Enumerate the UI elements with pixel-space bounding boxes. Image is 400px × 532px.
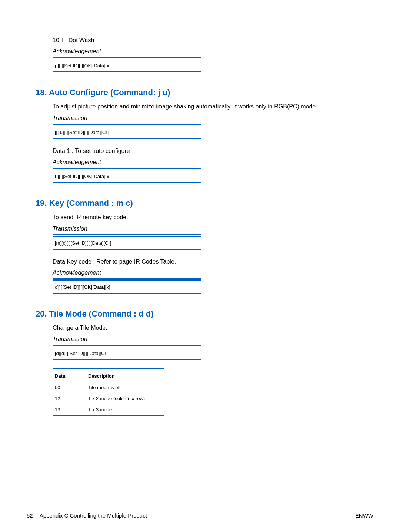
intro-ack-label: Acknowledgement [53, 48, 364, 55]
table-cell: 1 x 3 mode [88, 407, 161, 412]
code-text: [d][d][][Set ID][][Data][Cr] [53, 350, 201, 359]
section-19-ack-label: Acknowledgement [53, 270, 364, 276]
table-cell: Tile mode is off. [88, 385, 161, 390]
section-19-body: To send IR remote key code. Transmission… [53, 213, 364, 294]
code-text: [m][c][ ][Set ID][ ][Data][Cr] [53, 240, 201, 249]
section-19-ack-code-block: c][ ][Set ID][ ][OK][Data][x] [53, 278, 201, 294]
section-18-trans-label: Transmission [53, 115, 364, 121]
intro-ack-code-block: p][ ][Set ID][ ][OK][Data][x] [53, 57, 201, 72]
table-row: 13 1 x 3 mode [53, 404, 164, 415]
section-20-description: Change a Tile Mode. [53, 324, 364, 332]
section-20-trans-label: Transmission [53, 336, 364, 342]
table-row: 00 Tile mode is off. [53, 382, 164, 393]
section-18-description: To adjust picture position and minimize … [53, 103, 364, 111]
section-19-trans-code-block: [m][c][ ][Set ID][ ][Data][Cr] [53, 234, 201, 250]
table-cell: 12 [55, 396, 88, 401]
section-18-ack-label: Acknowledgement [53, 159, 364, 165]
code-text: u][ ][Set ID][ ][OK][Data][x] [53, 173, 201, 182]
intro-dot-wash: 10H : Dot Wash [53, 36, 364, 44]
tile-mode-table: Data Description 00 Tile mode is off. 12… [53, 368, 164, 416]
section-18-data-note: Data 1 : To set auto configure [53, 147, 364, 155]
table-row: 12 1 x 2 mode (column x row) [53, 393, 164, 404]
table-cell: 1 x 2 mode (column x row) [88, 396, 161, 401]
table-cell: 13 [55, 407, 88, 412]
section-19-description: To send IR remote key code. [53, 213, 364, 221]
section-20-trans-code-block: [d][d][][Set ID][][Data][Cr] [53, 345, 201, 360]
section-18-body: To adjust picture position and minimize … [53, 103, 364, 183]
section-19-data-note: Data Key code : Refer to page IR Codes T… [53, 258, 364, 266]
footer-page-number: 52 [27, 512, 33, 519]
section-heading-19: 19. Key (Command : m c) [36, 198, 364, 208]
table-header-row: Data Description [53, 370, 164, 382]
section-19-trans-label: Transmission [53, 225, 364, 232]
section-20-body: Change a Tile Mode. Transmission [d][d][… [53, 324, 364, 416]
code-text: [j][u][ ][Set ID][ ][Data][Cr] [53, 129, 201, 138]
table-header-data: Data [55, 373, 88, 379]
code-text: c][ ][Set ID][ ][OK][Data][x] [53, 284, 201, 293]
table-cell: 00 [55, 385, 88, 390]
section-heading-20: 20. Tile Mode (Command : d d) [36, 309, 364, 319]
page-footer: 52 Appendix C Controlling the Multiple P… [27, 512, 373, 519]
code-text: p][ ][Set ID][ ][OK][Data][x] [53, 62, 201, 71]
section-heading-18: 18. Auto Configure (Command: j u) [36, 88, 364, 97]
footer-right: ENWW [355, 512, 373, 519]
section-18-trans-code-block: [j][u][ ][Set ID][ ][Data][Cr] [53, 124, 201, 139]
document-page: 10H : Dot Wash Acknowledgement p][ ][Set… [0, 0, 400, 532]
table-header-description: Description [88, 373, 161, 379]
intro-block: 10H : Dot Wash Acknowledgement p][ ][Set… [53, 36, 364, 72]
footer-appendix: Appendix C Controlling the Multiple Prod… [40, 512, 147, 519]
section-18-ack-code-block: u][ ][Set ID][ ][OK][Data][x] [53, 168, 201, 183]
